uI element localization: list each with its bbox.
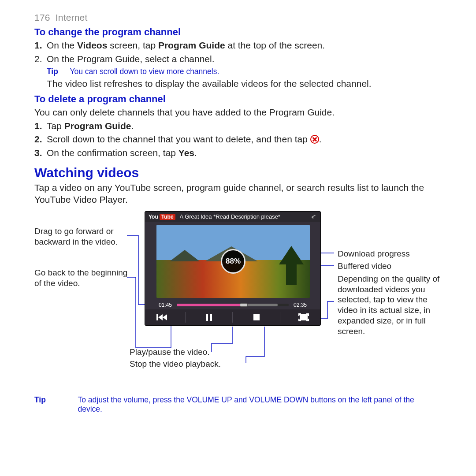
player-controls [145,309,320,325]
svg-rect-3 [206,314,208,321]
video-title: A Great Idea *Read Description please* [180,213,310,220]
callout-playpause: Play/pause the video. [130,347,244,357]
separator [232,312,233,323]
svg-rect-5 [253,314,260,320]
callout-drag: Drag to go forward or backward in the vi… [34,226,129,247]
video-viewport[interactable]: 88% [156,225,310,298]
player-titlebar: You Tube A Great Idea *Read Description … [145,212,320,222]
delete-icon [310,135,319,144]
youtube-logo: You Tube [148,214,175,220]
separator [280,312,280,323]
heading-delete-channel: To delete a program channel [34,93,449,105]
yes-label: Yes [178,148,194,158]
svg-rect-0 [156,314,158,320]
go-to-start-button[interactable] [152,309,171,325]
manual-page: 176 Internet To change the program chann… [0,0,476,426]
seek-track[interactable] [177,304,289,306]
stop-button[interactable] [247,309,266,325]
elapsed-time: 01:45 [156,302,174,308]
separator [185,312,186,323]
callout-zoom: Depending on the quality of downloaded v… [338,274,443,337]
delete-intro: You can only delete channels that you ha… [34,107,449,119]
steps-delete-channel: 1. Tap Program Guide. 2. Scroll down to … [34,120,449,160]
zoom-mode-button[interactable] [294,309,313,325]
callout-buffered: Buffered video [338,261,443,271]
step-text: On the [47,40,77,50]
svg-marker-1 [158,314,163,320]
heading-change-channel: To change the program channel [34,26,449,38]
tip-row: Tip You can scroll down to view more cha… [34,67,449,76]
play-pause-button[interactable] [199,309,219,325]
download-progress-badge: 88% [221,249,245,274]
page-section: Internet [56,12,88,22]
svg-marker-2 [163,314,167,320]
svg-rect-6 [300,315,307,320]
callout-goback: Go back to the beginning of the video. [34,268,129,289]
total-time: 02:35 [291,302,309,308]
step-continuation: The video list refreshes to display the … [34,78,449,90]
tip-text: To adjust the volume, press the VOLUME U… [78,395,430,414]
steps-change-channel: 1. On the Videos screen, tap Program Gui… [34,40,449,65]
videos-label: Videos [77,40,107,50]
tip-row: Tip To adjust the volume, press the VOLU… [34,395,449,414]
seek-knob[interactable] [240,304,247,306]
played-bar [177,304,244,306]
youtube-player: You Tube A Great Idea *Read Description … [145,211,321,326]
step-text: On the Program Guide, select a channel. [47,54,215,64]
page-header: 176 Internet [34,12,449,23]
back-arrow-icon[interactable] [310,214,318,220]
callout-stop: Stop the video playback. [130,359,275,369]
heading-watching-videos: Watching videos [34,165,449,180]
tip-label: Tip [34,395,76,405]
page-number: 176 [34,12,50,22]
landscape-art [286,257,297,285]
watching-intro: Tap a video on any YouTube screen, progr… [34,182,449,206]
program-guide-label: Program Guide [64,121,131,131]
svg-rect-4 [210,314,212,321]
program-guide-label: Program Guide [158,40,225,50]
player-figure: Drag to go forward or backward in the vi… [34,211,449,387]
tip-text: You can scroll down to view more channel… [70,67,219,76]
logo-you: You [148,214,159,220]
callout-download: Download progress [338,249,443,259]
logo-tube: Tube [160,214,175,220]
seek-bar: 01:45 02:35 [156,301,309,309]
tip-label: Tip [47,67,68,76]
